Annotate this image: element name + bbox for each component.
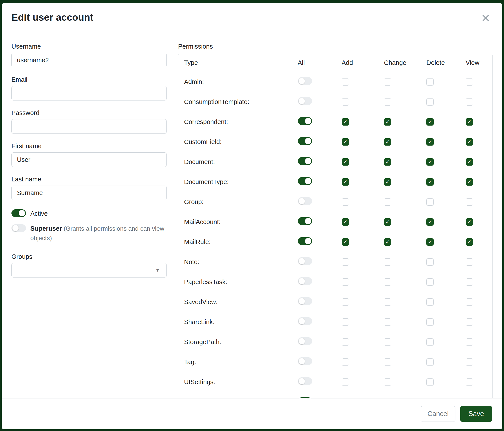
permission-add-checkbox[interactable]: ✓ — [342, 359, 349, 366]
permission-change-checkbox[interactable]: ✓ — [384, 318, 391, 326]
permission-delete-checkbox[interactable]: ✓ — [426, 78, 434, 86]
permission-all-toggle[interactable] — [298, 277, 312, 285]
permission-add-checkbox[interactable]: ✓ — [342, 98, 349, 106]
permission-add-checkbox[interactable]: ✓ — [342, 178, 349, 186]
permission-view-checkbox[interactable]: ✓ — [466, 138, 473, 146]
permission-view-checkbox[interactable]: ✓ — [466, 198, 473, 206]
cancel-button[interactable]: Cancel — [421, 406, 456, 422]
permission-all-toggle[interactable] — [298, 357, 312, 365]
permission-add-checkbox[interactable]: ✓ — [342, 278, 349, 286]
permission-change-checkbox[interactable]: ✓ — [384, 359, 391, 366]
check-icon: ✓ — [386, 219, 390, 224]
permission-delete-checkbox[interactable]: ✓ — [426, 378, 434, 386]
permission-delete-checkbox[interactable]: ✓ — [426, 138, 434, 146]
permission-all-toggle[interactable] — [298, 157, 312, 165]
permission-delete-checkbox[interactable]: ✓ — [426, 158, 434, 166]
close-icon[interactable]: ✕ — [479, 12, 492, 25]
permission-all-toggle[interactable] — [298, 337, 312, 345]
permission-delete-checkbox[interactable]: ✓ — [426, 258, 434, 266]
permission-add-checkbox[interactable]: ✓ — [342, 138, 349, 146]
active-toggle[interactable] — [11, 209, 26, 217]
permission-delete-checkbox[interactable]: ✓ — [426, 298, 434, 306]
permission-add-checkbox[interactable]: ✓ — [342, 118, 349, 126]
permission-delete-checkbox[interactable]: ✓ — [426, 98, 434, 106]
permission-change-checkbox[interactable]: ✓ — [384, 238, 391, 246]
permission-type-label: Group: — [178, 192, 298, 212]
save-button[interactable]: Save — [460, 406, 492, 422]
permission-change-checkbox[interactable]: ✓ — [384, 298, 391, 306]
permission-change-checkbox[interactable]: ✓ — [384, 338, 391, 346]
permission-change-checkbox[interactable]: ✓ — [384, 378, 391, 386]
groups-select[interactable]: ▼ — [11, 263, 167, 278]
permission-delete-checkbox[interactable]: ✓ — [426, 178, 434, 186]
permission-all-toggle[interactable] — [298, 117, 312, 125]
permission-delete-checkbox[interactable]: ✓ — [426, 278, 434, 286]
permission-view-checkbox[interactable]: ✓ — [466, 278, 473, 286]
permission-change-checkbox[interactable]: ✓ — [384, 158, 391, 166]
permission-change-checkbox[interactable]: ✓ — [384, 98, 391, 106]
permission-change-checkbox[interactable]: ✓ — [384, 78, 391, 86]
last-name-input[interactable] — [11, 186, 167, 200]
permission-change-checkbox[interactable]: ✓ — [384, 198, 391, 206]
permission-all-toggle[interactable] — [298, 377, 312, 385]
permission-all-toggle[interactable] — [298, 397, 312, 398]
permission-change-checkbox[interactable]: ✓ — [384, 178, 391, 186]
permission-delete-checkbox[interactable]: ✓ — [426, 359, 434, 366]
superuser-toggle[interactable] — [11, 224, 26, 232]
permission-add-checkbox[interactable]: ✓ — [342, 338, 349, 346]
permission-add-checkbox[interactable]: ✓ — [342, 78, 349, 86]
permission-type-label: Document: — [178, 152, 298, 172]
permission-all-toggle[interactable] — [298, 137, 312, 145]
permission-view-checkbox[interactable]: ✓ — [466, 378, 473, 386]
modal-title: Edit user account — [11, 12, 93, 23]
permission-all-toggle[interactable] — [298, 297, 312, 305]
permission-view-checkbox[interactable]: ✓ — [466, 318, 473, 326]
permission-add-checkbox[interactable]: ✓ — [342, 378, 349, 386]
permission-change-checkbox[interactable]: ✓ — [384, 278, 391, 286]
permission-add-checkbox[interactable]: ✓ — [342, 158, 349, 166]
permission-change-checkbox[interactable]: ✓ — [384, 258, 391, 266]
permission-all-toggle[interactable] — [298, 77, 312, 85]
permission-delete-checkbox[interactable]: ✓ — [426, 218, 434, 226]
permission-view-checkbox[interactable]: ✓ — [466, 118, 473, 126]
permission-change-checkbox[interactable]: ✓ — [384, 218, 391, 226]
permission-add-checkbox[interactable]: ✓ — [342, 258, 349, 266]
permission-row: DocumentType:✓✓✓✓ — [178, 172, 492, 192]
permission-view-checkbox[interactable]: ✓ — [466, 359, 473, 366]
permission-delete-checkbox[interactable]: ✓ — [426, 118, 434, 126]
permission-view-checkbox[interactable]: ✓ — [466, 298, 473, 306]
permission-change-checkbox[interactable]: ✓ — [384, 138, 391, 146]
permission-view-checkbox[interactable]: ✓ — [466, 98, 473, 106]
permission-delete-checkbox[interactable]: ✓ — [426, 338, 434, 346]
permission-all-toggle[interactable] — [298, 237, 312, 245]
permission-add-checkbox[interactable]: ✓ — [342, 218, 349, 226]
permission-add-checkbox[interactable]: ✓ — [342, 318, 349, 326]
permission-delete-checkbox[interactable]: ✓ — [426, 238, 434, 246]
permission-delete-checkbox[interactable]: ✓ — [426, 198, 434, 206]
permission-change-checkbox[interactable]: ✓ — [384, 118, 391, 126]
permission-view-checkbox[interactable]: ✓ — [466, 218, 473, 226]
permission-view-checkbox[interactable]: ✓ — [466, 158, 473, 166]
permission-view-checkbox[interactable]: ✓ — [466, 338, 473, 346]
permission-view-checkbox[interactable]: ✓ — [466, 238, 473, 246]
permission-all-toggle[interactable] — [298, 97, 312, 105]
permission-view-checkbox[interactable]: ✓ — [466, 258, 473, 266]
permission-add-checkbox[interactable]: ✓ — [342, 198, 349, 206]
username-input[interactable] — [11, 53, 167, 67]
permission-all-toggle[interactable] — [298, 257, 312, 265]
groups-field-group: Groups ▼ — [11, 253, 167, 278]
email-input[interactable] — [11, 86, 167, 100]
permission-view-checkbox[interactable]: ✓ — [466, 78, 473, 86]
permission-add-checkbox[interactable]: ✓ — [342, 238, 349, 246]
permission-all-toggle[interactable] — [298, 317, 312, 325]
permission-all-toggle[interactable] — [298, 217, 312, 225]
permission-all-toggle[interactable] — [298, 197, 312, 205]
permission-view-checkbox[interactable]: ✓ — [466, 178, 473, 186]
permission-type-label: CustomField: — [178, 132, 298, 152]
password-input[interactable] — [11, 119, 167, 134]
permission-add-checkbox[interactable]: ✓ — [342, 298, 349, 306]
permission-all-toggle[interactable] — [298, 177, 312, 185]
permission-delete-checkbox[interactable]: ✓ — [426, 318, 434, 326]
permissions-header-row: TypeAllAddChangeDeleteView — [178, 54, 492, 72]
first-name-input[interactable] — [11, 153, 167, 167]
